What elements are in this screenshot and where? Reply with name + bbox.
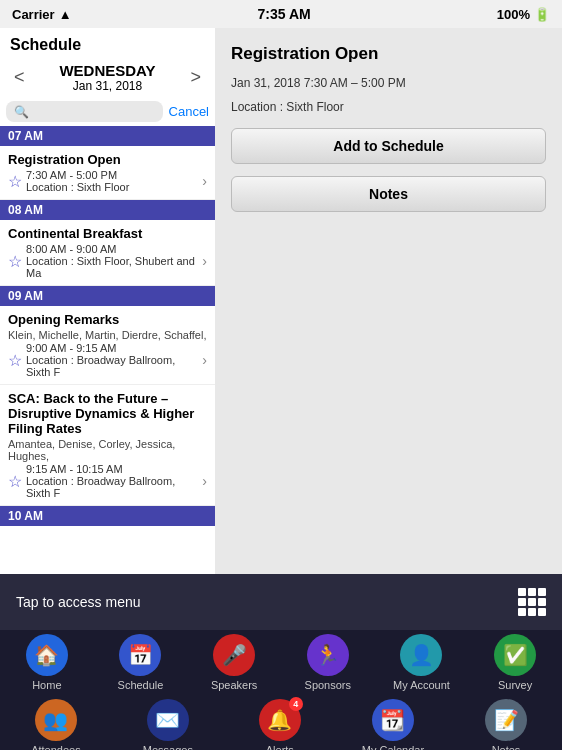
wifi-icon: ▲ <box>59 7 72 22</box>
day-date: Jan 31, 2018 <box>59 79 155 93</box>
battery-icon: 🔋 <box>534 7 550 22</box>
nav-label-alerts: Alerts <box>266 744 294 750</box>
cancel-btn[interactable]: Cancel <box>169 104 209 119</box>
item-subtitle: Klein, Michelle, Martin, Dierdre, Schaff… <box>8 329 207 341</box>
sponsors-icon: 🏃 <box>307 634 349 676</box>
item-time: 9:00 AM - 9:15 AM <box>26 342 202 354</box>
list-item[interactable]: Continental Breakfast ☆ 8:00 AM - 9:00 A… <box>0 220 215 286</box>
mycalendar-icon: 📆 <box>372 699 414 741</box>
main-area: Schedule < WEDNESDAY Jan 31, 2018 > 🔍 Ca… <box>0 28 562 574</box>
star-icon[interactable]: ☆ <box>8 472 22 491</box>
grid-dot <box>528 608 536 616</box>
detail-location: Location : Sixth Floor <box>231 100 546 114</box>
nav-label-sponsors: Sponsors <box>305 679 351 691</box>
nav-label-myaccount: My Account <box>393 679 450 691</box>
alerts-badge: 4 <box>289 697 303 711</box>
notes-button[interactable]: Notes <box>231 176 546 212</box>
star-icon[interactable]: ☆ <box>8 351 22 370</box>
detail-panel: Registration Open Jan 31, 2018 7:30 AM –… <box>215 28 562 574</box>
star-icon[interactable]: ☆ <box>8 252 22 271</box>
nav-item-home[interactable]: 🏠 Home <box>17 634 77 691</box>
list-item[interactable]: Registration Open ☆ 7:30 AM - 5:00 PM Lo… <box>0 146 215 200</box>
schedule-header: Schedule <box>0 28 215 58</box>
day-info: WEDNESDAY Jan 31, 2018 <box>59 62 155 93</box>
nav-label-speakers: Speakers <box>211 679 257 691</box>
nav-label-attendees: Attendees <box>31 744 81 750</box>
add-to-schedule-button[interactable]: Add to Schedule <box>231 128 546 164</box>
nav-item-attendees[interactable]: 👥 Attendees <box>26 699 86 750</box>
nav-label-survey: Survey <box>498 679 532 691</box>
item-location: Location : Broadway Ballroom, Sixth F <box>26 475 202 499</box>
item-time: 8:00 AM - 9:00 AM <box>26 243 202 255</box>
grid-dot <box>538 608 546 616</box>
nav-item-mycalendar[interactable]: 📆 My Calendar <box>362 699 424 750</box>
grid-dot <box>518 588 526 596</box>
nav-item-messages[interactable]: ✉️ Messages <box>138 699 198 750</box>
grid-icon[interactable] <box>518 588 546 616</box>
star-icon[interactable]: ☆ <box>8 172 22 191</box>
grid-dot <box>528 598 536 606</box>
speakers-icon: 🎤 <box>213 634 255 676</box>
status-bar: Carrier ▲ 7:35 AM 100% 🔋 <box>0 0 562 28</box>
tap-bar-text: Tap to access menu <box>16 594 141 610</box>
next-day-btn[interactable]: > <box>184 65 207 90</box>
item-location: Location : Sixth Floor, Shubert and Ma <box>26 255 202 279</box>
bottom-nav: 🏠 Home 📅 Schedule 🎤 Speakers 🏃 Sponsors … <box>0 630 562 750</box>
status-time: 7:35 AM <box>258 6 311 22</box>
item-title: Registration Open <box>8 152 207 167</box>
messages-icon: ✉️ <box>147 699 189 741</box>
survey-icon: ✅ <box>494 634 536 676</box>
nav-item-sponsors[interactable]: 🏃 Sponsors <box>298 634 358 691</box>
item-time: 7:30 AM - 5:00 PM <box>26 169 202 181</box>
nav-label-mycalendar: My Calendar <box>362 744 424 750</box>
nav-item-schedule[interactable]: 📅 Schedule <box>110 634 170 691</box>
list-item[interactable]: Opening Remarks Klein, Michelle, Martin,… <box>0 306 215 385</box>
grid-dot <box>528 588 536 596</box>
schedule-title: Schedule <box>10 36 81 53</box>
attendees-icon: 👥 <box>35 699 77 741</box>
nav-label-home: Home <box>32 679 61 691</box>
status-left: Carrier ▲ <box>12 7 72 22</box>
chevron-right-icon: › <box>202 253 207 269</box>
grid-dot <box>538 588 546 596</box>
item-row: ☆ 7:30 AM - 5:00 PM Location : Sixth Flo… <box>8 169 207 193</box>
nav-item-alerts[interactable]: 🔔 4 Alerts <box>250 699 310 750</box>
grid-dot <box>518 608 526 616</box>
search-input-wrap: 🔍 <box>6 101 163 122</box>
item-title: SCA: Back to the Future – Disruptive Dyn… <box>8 391 207 436</box>
schedule-list: 07 AM Registration Open ☆ 7:30 AM - 5:00… <box>0 126 215 574</box>
nav-item-speakers[interactable]: 🎤 Speakers <box>204 634 264 691</box>
list-item[interactable]: SCA: Back to the Future – Disruptive Dyn… <box>0 385 215 506</box>
nav-label-schedule: Schedule <box>118 679 164 691</box>
item-row: ☆ 8:00 AM - 9:00 AM Location : Sixth Flo… <box>8 243 207 279</box>
time-label-10am: 10 AM <box>0 506 215 526</box>
nav-item-myaccount[interactable]: 👤 My Account <box>391 634 451 691</box>
search-bar: 🔍 Cancel <box>0 97 215 126</box>
item-row: ☆ 9:00 AM - 9:15 AM Location : Broadway … <box>8 342 207 378</box>
search-icon: 🔍 <box>14 105 29 119</box>
myaccount-icon: 👤 <box>400 634 442 676</box>
item-title: Opening Remarks <box>8 312 207 327</box>
item-location: Location : Broadway Ballroom, Sixth F <box>26 354 202 378</box>
nav-item-notes[interactable]: 📝 Notes <box>476 699 536 750</box>
prev-day-btn[interactable]: < <box>8 65 31 90</box>
nav-row-1: 🏠 Home 📅 Schedule 🎤 Speakers 🏃 Sponsors … <box>0 630 562 695</box>
nav-label-messages: Messages <box>143 744 193 750</box>
chevron-right-icon: › <box>202 352 207 368</box>
detail-title: Registration Open <box>231 44 546 64</box>
chevron-right-icon: › <box>202 473 207 489</box>
schedule-panel: Schedule < WEDNESDAY Jan 31, 2018 > 🔍 Ca… <box>0 28 215 574</box>
schedule-icon: 📅 <box>119 634 161 676</box>
day-nav: < WEDNESDAY Jan 31, 2018 > <box>0 58 215 97</box>
battery-label: 100% <box>497 7 530 22</box>
time-label-08am: 08 AM <box>0 200 215 220</box>
grid-dot <box>538 598 546 606</box>
time-label-07am: 07 AM <box>0 126 215 146</box>
nav-item-survey[interactable]: ✅ Survey <box>485 634 545 691</box>
item-time: 9:15 AM - 10:15 AM <box>26 463 202 475</box>
search-input[interactable] <box>33 104 155 119</box>
tap-bar[interactable]: Tap to access menu <box>0 574 562 630</box>
item-subtitle: Amantea, Denise, Corley, Jessica, Hughes… <box>8 438 207 462</box>
time-label-09am: 09 AM <box>0 286 215 306</box>
carrier-label: Carrier <box>12 7 55 22</box>
